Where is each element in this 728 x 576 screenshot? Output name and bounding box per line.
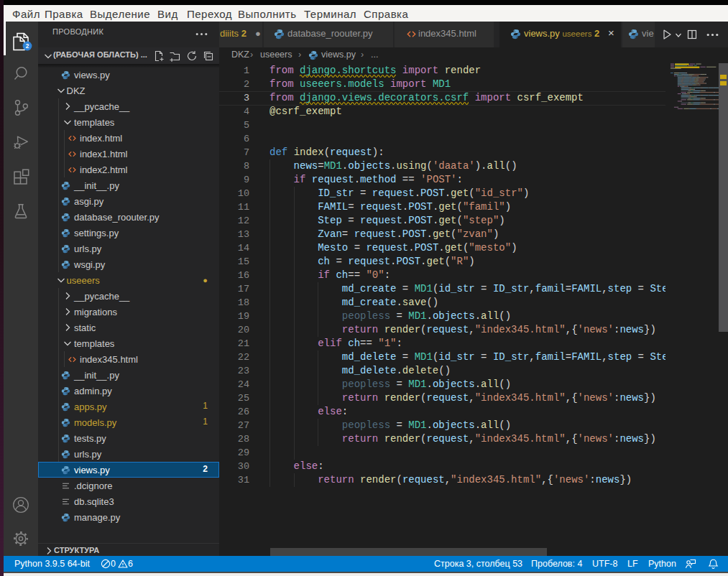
svg-text:2: 2: [26, 43, 29, 50]
